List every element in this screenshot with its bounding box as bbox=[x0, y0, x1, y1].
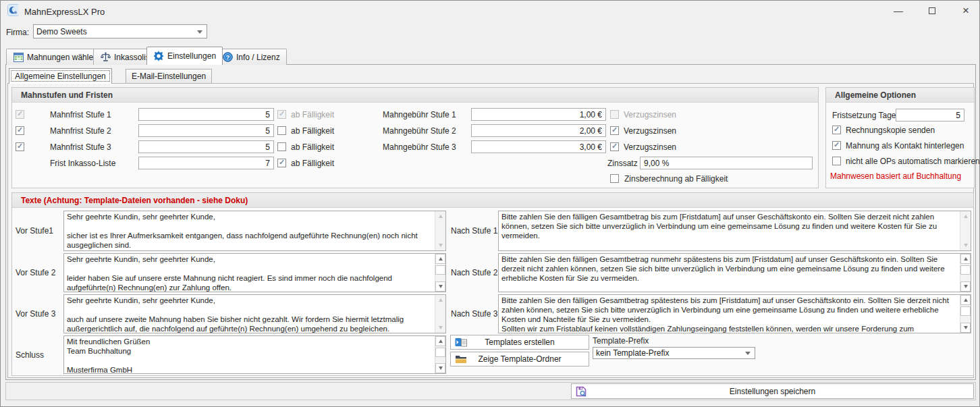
scrollbar[interactable] bbox=[435, 254, 445, 292]
firma-select[interactable]: Demo Sweets bbox=[33, 24, 207, 38]
verzugszinsen2-label: Verzugszinsen bbox=[624, 126, 676, 136]
nach-stufe3-label: Nach Stufe 3 bbox=[451, 294, 497, 333]
scroll-down-icon[interactable] bbox=[435, 363, 445, 373]
chevron-down-icon bbox=[745, 352, 751, 355]
rechnungskopie-checkbox[interactable] bbox=[832, 126, 841, 134]
frist-inkasso-liste-label: Frist Inkasso-Liste bbox=[50, 159, 115, 168]
scroll-down-icon[interactable] bbox=[960, 281, 971, 292]
fristsetzung-tage-input[interactable]: 5 bbox=[896, 109, 964, 121]
verzugszinsen1-checkbox[interactable] bbox=[610, 110, 619, 119]
scroll-up-icon[interactable] bbox=[435, 295, 445, 305]
template-prefix-value: kein Template-Prefix bbox=[596, 348, 670, 358]
verzugszinsen3-checkbox[interactable] bbox=[610, 142, 619, 151]
chevron-down-icon bbox=[197, 30, 202, 34]
subtab-label: Allgemeine Einstellungen bbox=[15, 72, 106, 81]
window-title: MahnExpressLX Pro bbox=[24, 7, 105, 17]
scrollbar[interactable] bbox=[435, 336, 445, 373]
mahngebuehr-stufe3-label: Mahngebühr Stufe 3 bbox=[383, 142, 456, 152]
frist-inkasso-liste-input[interactable]: 7 bbox=[138, 157, 274, 169]
template-prefix-select[interactable]: kein Template-Prefix bbox=[593, 347, 755, 359]
einstellungen-speichern-button[interactable]: Einstellungen speichern bbox=[571, 383, 974, 399]
subtab-allgemeine-einstellungen[interactable]: Allgemeine Einstellungen bbox=[9, 68, 112, 84]
table-icon bbox=[13, 52, 24, 63]
mahngebuehr-stufe2-label: Mahngebühr Stufe 2 bbox=[383, 126, 456, 136]
inkasso-ab-faelligkeit-label: ab Fälligkeit bbox=[291, 159, 334, 168]
scrollbar[interactable] bbox=[960, 211, 971, 250]
tab-mahnungen-waehlen[interactable]: Mahnungen wählen bbox=[6, 49, 105, 65]
zinsberechnung-label: Zinsberechnung ab Fälligkeit bbox=[624, 174, 728, 184]
stufe1-enabled-checkbox[interactable] bbox=[16, 110, 24, 119]
vor-stufe3-label: Vor Stufe 3 bbox=[16, 294, 55, 333]
fristsetzung-tage-label: Fristsetzung Tage bbox=[832, 111, 896, 120]
button-label: Zeige Template-Ordner bbox=[478, 354, 561, 364]
scroll-down-icon[interactable] bbox=[960, 323, 971, 333]
close-button[interactable]: × bbox=[954, 2, 977, 20]
scroll-down-icon[interactable] bbox=[435, 240, 445, 250]
verzugszinsen1-label: Verzugszinsen bbox=[624, 110, 676, 119]
stufe1-ab-faelligkeit-label: ab Fälligkeit bbox=[291, 110, 334, 119]
tab-info-lizenz[interactable]: ? Info / Lizenz bbox=[215, 49, 287, 65]
mahngebuehr-stufe1-label: Mahngebühr Stufe 1 bbox=[383, 110, 456, 119]
scroll-up-icon[interactable] bbox=[960, 254, 971, 264]
scroll-up-icon[interactable] bbox=[435, 254, 445, 264]
mahnfrist-stufe3-input[interactable]: 5 bbox=[138, 140, 274, 153]
stufe2-enabled-checkbox[interactable] bbox=[16, 126, 24, 135]
nach-stufe1-label: Nach Stufe 1 bbox=[451, 211, 497, 251]
scrollbar[interactable] bbox=[960, 295, 971, 333]
zinsberechnung-checkbox[interactable] bbox=[610, 174, 619, 183]
mahnfrist-stufe2-input[interactable]: 5 bbox=[138, 124, 274, 137]
stufe2-ab-faelligkeit-label: ab Fälligkeit bbox=[291, 126, 334, 136]
scroll-down-icon[interactable] bbox=[960, 240, 971, 250]
mahnung-kontakt-checkbox[interactable] bbox=[832, 141, 841, 150]
subtab-label: E-Mail-Einstellungen bbox=[132, 72, 206, 81]
mahngebuehr-stufe1-input[interactable]: 1,00 € bbox=[471, 108, 606, 121]
stufe3-ab-faelligkeit-checkbox[interactable] bbox=[277, 142, 286, 151]
stufe3-enabled-checkbox[interactable] bbox=[16, 142, 24, 151]
scroll-up-icon[interactable] bbox=[435, 211, 445, 221]
verzugszinsen2-checkbox[interactable] bbox=[610, 126, 619, 135]
scrollbar[interactable] bbox=[435, 211, 445, 250]
zinssatz-label: Zinssatz bbox=[607, 159, 638, 168]
schluss-textarea[interactable]: Mit freundlichen Grüßen Team Buchhaltung… bbox=[63, 335, 446, 374]
tab-einstellungen[interactable]: Einstellungen bbox=[146, 47, 223, 65]
button-label: Einstellungen speichern bbox=[730, 387, 815, 396]
app-window: MahnExpressLX Pro — × Firma: Demo Sweets… bbox=[0, 0, 980, 407]
title-bar: MahnExpressLX Pro — × bbox=[1, 1, 979, 22]
vor-stufe1-textarea[interactable]: Sehr geehrte Kundin, sehr geehrter Kunde… bbox=[63, 211, 446, 251]
scrollbar[interactable] bbox=[960, 254, 971, 292]
stufe1-ab-faelligkeit-checkbox[interactable] bbox=[277, 110, 286, 119]
vor-stufe2-label: Vor Stufe 2 bbox=[16, 253, 55, 292]
scroll-down-icon[interactable] bbox=[435, 281, 445, 292]
nach-stufe1-textarea[interactable]: Bitte zahlen Sie den fälligen Gesamtbetr… bbox=[498, 211, 971, 251]
minimize-button[interactable]: — bbox=[887, 2, 910, 20]
mahnwesen-hinweis: Mahnwesen basiert auf Buchhaltung bbox=[830, 171, 961, 181]
nach-stufe2-label: Nach Stufe 2 bbox=[451, 253, 497, 292]
scroll-up-icon[interactable] bbox=[960, 295, 971, 305]
vor-stufe3-textarea[interactable]: Sehr geehrte Kundin, sehr geehrter Kunde… bbox=[63, 294, 446, 333]
scrollbar[interactable] bbox=[435, 295, 445, 333]
help-icon: ? bbox=[222, 52, 233, 63]
template-prefix-label: Template-Prefix bbox=[593, 336, 649, 346]
nach-stufe2-textarea[interactable]: Bitte zahlen Sie den fälligen Gesamtbetr… bbox=[498, 253, 971, 292]
scroll-down-icon[interactable] bbox=[435, 323, 445, 333]
zeige-template-ordner-button[interactable]: Zeige Template-Ordner bbox=[450, 352, 589, 367]
stufe2-ab-faelligkeit-checkbox[interactable] bbox=[277, 126, 286, 135]
inkasso-ab-faelligkeit-checkbox[interactable] bbox=[277, 159, 286, 167]
subtab-email-einstellungen[interactable]: E-Mail-Einstellungen bbox=[126, 69, 212, 83]
groupbox-mahnstufen-title: Mahnstufen und Fristen bbox=[12, 88, 818, 103]
mahnfrist-stufe2-label: Mahnfrist Stufe 2 bbox=[50, 126, 111, 136]
templates-erstellen-button[interactable]: Templates erstellen bbox=[450, 335, 589, 350]
mahnfrist-stufe1-input[interactable]: 5 bbox=[138, 108, 274, 121]
ops-markieren-checkbox[interactable] bbox=[832, 157, 841, 165]
zinssatz-input[interactable]: 9,00 % bbox=[640, 157, 813, 169]
scroll-up-icon[interactable] bbox=[435, 336, 445, 346]
folder-icon bbox=[455, 354, 467, 364]
vor-stufe1-label: Vor Stufe1 bbox=[16, 211, 53, 251]
vor-stufe2-textarea[interactable]: Sehr geehrte Kundin, sehr geehrter Kunde… bbox=[63, 253, 446, 292]
mahngebuehr-stufe2-input[interactable]: 2,00 € bbox=[471, 124, 606, 137]
mahngebuehr-stufe3-input[interactable]: 3,00 € bbox=[471, 140, 606, 153]
ops-markieren-label: nicht alle OPs automatisch markieren bbox=[846, 157, 980, 166]
maximize-button[interactable] bbox=[921, 2, 944, 20]
scroll-up-icon[interactable] bbox=[960, 211, 971, 221]
nach-stufe3-textarea[interactable]: Bitte zahlen Sie den fälligen Gesamtbetr… bbox=[498, 294, 971, 333]
